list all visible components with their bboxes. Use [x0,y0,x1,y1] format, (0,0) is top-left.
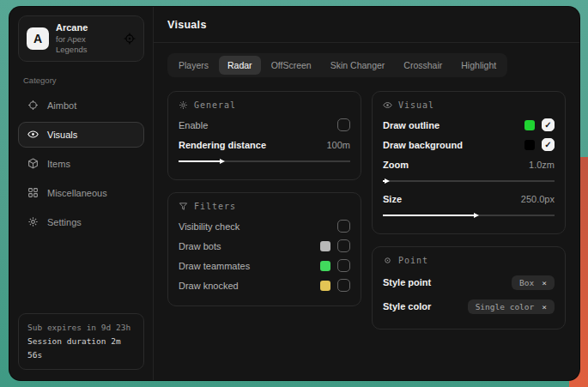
filters-panel: Filters Visibility check Draw bots [167,192,361,306]
rendering-distance-slider[interactable] [179,157,350,165]
main-header: Visuals [154,7,579,43]
main-area: Visuals Players Radar OffScreen Skin Cha… [154,7,579,380]
draw-teammates-checkbox[interactable] [337,259,350,272]
slider-thumb[interactable] [220,159,225,164]
chip-label: Box [519,278,534,287]
size-slider[interactable] [383,211,555,219]
sidebar-item-settings[interactable]: Settings [18,209,144,235]
sidebar-item-visuals[interactable]: Visuals [18,122,144,148]
style-point-chip[interactable]: Box × [512,275,555,290]
rendering-distance-value: 100m [326,140,350,150]
slider-thumb[interactable] [385,178,390,184]
app-window: A Arcane for Apex Legends Category Aimbo… [9,6,580,381]
zoom-slider[interactable] [383,177,555,184]
chip-label: Single color [476,302,535,311]
general-panel: General Enable Rendering distance 100m [167,91,361,180]
tab-offscreen[interactable]: OffScreen [263,56,320,75]
slider-thumb[interactable] [474,213,479,218]
gear-icon [179,100,188,110]
zoom-label: Zoom [383,160,409,170]
panel-title: Filters [194,202,236,211]
sidebar-item-items[interactable]: Items [18,151,144,177]
draw-knocked-label: Draw knocked [179,281,239,291]
tab-bar: Players Radar OffScreen Skin Changer Cro… [167,53,507,77]
category-label: Category [23,76,139,85]
app-title: Arcane [56,22,117,34]
visibility-check-label: Visibility check [179,221,239,232]
session-card: Sub expires in 9d 23h Session duration 2… [18,313,144,370]
zoom-value: 1.0zm [529,160,555,170]
tab-highlight[interactable]: Highlight [452,56,505,75]
draw-background-checkbox[interactable]: ✓ [542,138,555,151]
size-value: 250.0px [521,194,555,204]
crosshair-icon [27,100,39,111]
point-icon [383,256,392,265]
draw-bots-label: Draw bots [179,241,221,251]
sidebar-item-label: Items [47,159,70,169]
sidebar-item-aimbot[interactable]: Aimbot [18,93,144,118]
panel-title: Point [398,256,428,265]
draw-background-label: Draw background [383,140,463,150]
draw-outline-label: Draw outline [383,120,439,130]
draw-knocked-color-swatch[interactable] [320,281,330,291]
enable-label: Enable [179,120,208,130]
grid-icon [27,187,39,198]
tab-crosshair[interactable]: Crosshair [395,56,451,75]
draw-knocked-checkbox[interactable] [337,279,350,292]
tab-radar[interactable]: Radar [219,56,261,75]
point-panel: Point Style point Box × Style color Sing… [372,246,566,330]
sub-expiry-text: Sub expires in 9d 23h [27,321,135,335]
app-logo: A [27,27,49,50]
draw-outline-color-swatch[interactable] [524,120,535,130]
close-icon[interactable]: × [542,302,547,311]
cube-icon [27,158,39,169]
draw-bots-color-swatch[interactable] [320,241,330,251]
sidebar-item-label: Visuals [47,130,77,140]
funnel-icon [179,202,188,211]
draw-teammates-color-swatch[interactable] [320,261,330,271]
visual-panel: Visual Draw outline ✓ Draw background [372,91,566,234]
draw-outline-checkbox[interactable]: ✓ [542,118,555,131]
draw-teammates-label: Draw teammates [179,261,250,271]
panel-title: General [194,100,236,110]
enable-checkbox[interactable] [337,118,350,131]
style-color-label: Style color [383,301,431,311]
size-label: Size [383,194,402,204]
sidebar-item-label: Settings [47,217,82,227]
session-duration-text: Session duration 2m 56s [27,335,135,362]
eye-icon [27,129,39,140]
draw-bots-checkbox[interactable] [337,239,350,252]
tab-players[interactable]: Players [170,56,217,75]
draw-background-color-swatch[interactable] [524,140,535,150]
panel-title: Visual [398,100,434,110]
close-icon[interactable]: × [542,278,547,287]
sidebar-item-miscellaneous[interactable]: Miscellaneous [18,180,144,206]
app-subtitle: for Apex Legends [56,34,117,55]
sidebar-item-label: Miscellaneous [47,188,107,198]
sidebar: A Arcane for Apex Legends Category Aimbo… [9,7,154,380]
eye-icon [383,100,392,110]
logo-card: A Arcane for Apex Legends [18,15,144,62]
target-icon[interactable] [124,33,136,45]
visibility-check-checkbox[interactable] [337,220,350,233]
tab-skin-changer[interactable]: Skin Changer [322,56,394,75]
style-point-label: Style point [383,277,431,287]
rendering-distance-label: Rendering distance [179,140,266,150]
gear-icon [27,216,39,227]
sidebar-item-label: Aimbot [47,100,76,111]
page-title: Visuals [167,19,207,31]
style-color-chip[interactable]: Single color × [468,299,555,314]
